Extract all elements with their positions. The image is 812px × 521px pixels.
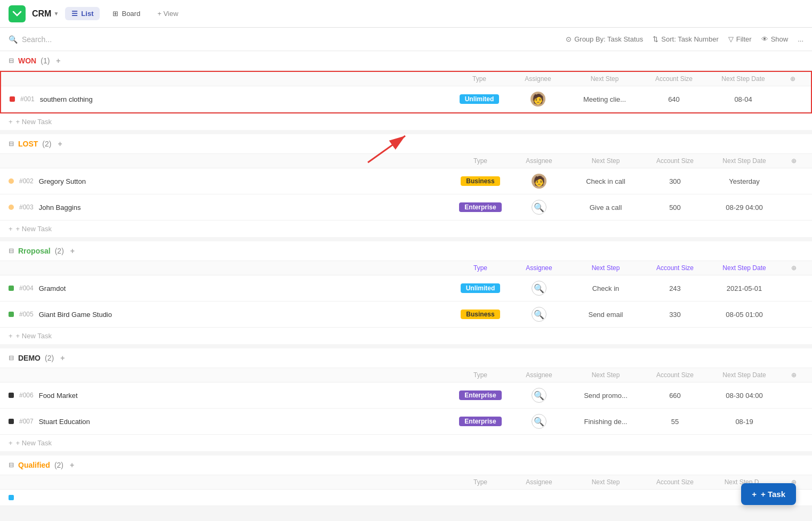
search-icon: 🔍 <box>9 35 18 44</box>
col-nsd-lost: Next Step Date <box>704 157 784 165</box>
group-demo-count: (2) <box>45 354 54 362</box>
task-name-006[interactable]: Food Market <box>39 392 78 400</box>
group-won-label: WON <box>18 56 36 65</box>
group-proposal-count: (2) <box>55 247 64 255</box>
group-demo: ⊟ DEMO (2) + Type Assignee Next Step Acc… <box>0 348 812 451</box>
task-type-007: Enterprise <box>448 417 512 426</box>
add-task-button[interactable]: + + Task <box>741 483 796 505</box>
task-name-007[interactable]: Stuart Education <box>39 418 90 426</box>
task-nextstep-002: Check in call <box>566 177 646 185</box>
badge-unlimited-004: Unlimited <box>461 283 501 293</box>
col-assignee-demo: Assignee <box>512 371 566 379</box>
col-assignee-lost: Assignee <box>512 157 566 165</box>
badge-enterprise-003: Enterprise <box>459 202 501 212</box>
task-assignee-003: 🔍 <box>512 200 566 215</box>
show-icon: 👁 <box>761 35 768 43</box>
task-nextstep-001: Meeting clie... <box>565 95 645 103</box>
task-name-002[interactable]: Gregory Sutton <box>39 177 86 185</box>
proposal-column-headers: Type Assignee Next Step Account Size Nex… <box>0 261 812 275</box>
lost-column-headers: Type Assignee Next Step Account Size Nex… <box>0 154 812 168</box>
table-row: #001 southern clothing Unlimited 🧑 Meeti… <box>1 86 811 112</box>
task-num-005: #005 <box>19 311 34 318</box>
add-task-qualified-icon[interactable]: + <box>70 461 74 469</box>
add-view-button[interactable]: + View <box>153 7 182 20</box>
new-task-lost[interactable]: + + New Task <box>0 221 812 237</box>
status-dot-003 <box>9 205 14 210</box>
col-nextstep-won: Next Step <box>565 75 645 83</box>
badge-enterprise-007: Enterprise <box>459 417 501 426</box>
group-qualified-label[interactable]: Qualified <box>18 461 50 469</box>
group-lost-label: LOST <box>18 140 38 148</box>
task-name-005[interactable]: Giant Bird Game Studio <box>39 311 112 319</box>
group-by-control[interactable]: ⊙ Group By: Task Status <box>566 35 643 43</box>
task-name-cell-005: #005 Giant Bird Game Studio <box>9 311 448 319</box>
task-num-003: #003 <box>19 203 34 211</box>
col-name-spacer-qualified <box>9 478 448 486</box>
task-nsd-005: 08-05 01:00 <box>704 311 784 319</box>
group-by-icon: ⊙ <box>566 35 572 43</box>
col-add-demo[interactable]: ⊕ <box>784 371 803 379</box>
toolbar-right: ⊙ Group By: Task Status ⇅ Sort: Task Num… <box>566 35 803 43</box>
col-type-proposal: Type <box>448 264 512 272</box>
filter-control[interactable]: ▽ Filter <box>728 35 752 43</box>
new-task-proposal[interactable]: + + New Task <box>0 328 812 344</box>
task-nextstep-005: Send email <box>566 311 646 319</box>
collapse-icon-qualified[interactable]: ⊟ <box>9 461 14 469</box>
badge-business-002: Business <box>461 176 500 186</box>
app-title[interactable]: CRM ▼ <box>32 9 59 19</box>
task-assignee-002: 🧑 <box>512 174 566 189</box>
new-task-plus-icon-demo: + <box>9 439 13 447</box>
more-options-button[interactable]: ... <box>798 35 803 43</box>
col-nsd-won: Next Step Date <box>703 75 783 83</box>
col-add-proposal[interactable]: ⊕ <box>784 264 803 272</box>
task-num-004: #004 <box>19 284 34 292</box>
content-area: ⊟ WON (1) + Type Assignee Next Step Acco… <box>0 51 812 521</box>
task-accsize-002: 300 <box>646 177 704 185</box>
task-name-001[interactable]: southern clothing <box>40 95 93 103</box>
group-demo-label: DEMO <box>18 354 41 362</box>
collapse-icon-won[interactable]: ⊟ <box>9 57 14 64</box>
collapse-icon-proposal[interactable]: ⊟ <box>9 247 14 255</box>
col-nsd-demo: Next Step Date <box>704 371 784 379</box>
show-control[interactable]: 👁 Show <box>761 35 789 43</box>
col-add-won[interactable]: ⊕ <box>783 75 802 83</box>
group-proposal-label: Rroposal <box>18 247 51 255</box>
task-type-005: Business <box>448 310 512 319</box>
col-type-won: Type <box>447 75 511 83</box>
task-assignee-007: 🔍 <box>512 414 566 429</box>
col-accsize-proposal: Account Size <box>646 264 704 272</box>
add-task-lost-icon[interactable]: + <box>58 140 62 148</box>
list-view-button[interactable]: ☰ List <box>65 7 100 20</box>
col-nextstep-qualified: Next Step <box>566 478 646 486</box>
task-name-cell-003: #003 John Baggins <box>9 203 448 211</box>
add-task-demo-icon[interactable]: + <box>60 354 65 362</box>
add-task-won-icon[interactable]: + <box>56 56 60 65</box>
task-assignee-006: 🔍 <box>512 388 566 403</box>
task-assignee-005: 🔍 <box>512 307 566 322</box>
add-task-proposal-icon[interactable]: + <box>70 247 75 255</box>
collapse-icon-lost[interactable]: ⊟ <box>9 140 14 148</box>
group-won-header: ⊟ WON (1) + <box>0 51 812 71</box>
demo-column-headers: Type Assignee Next Step Account Size Nex… <box>0 368 812 382</box>
task-type-006: Enterprise <box>448 390 512 400</box>
app-icon <box>9 5 26 22</box>
col-add-lost[interactable]: ⊕ <box>784 157 803 165</box>
task-nextstep-007: Finishing de... <box>566 418 646 426</box>
task-name-cell-006: #006 Food Market <box>9 392 448 400</box>
sort-control[interactable]: ⇅ Sort: Task Number <box>653 35 718 43</box>
new-task-won[interactable]: + + New Task <box>0 113 812 130</box>
task-name-003[interactable]: John Baggins <box>39 203 81 211</box>
status-dot-qualified-1 <box>9 495 14 500</box>
search-area[interactable]: 🔍 Search... <box>9 35 52 44</box>
collapse-icon-demo[interactable]: ⊟ <box>9 354 14 362</box>
won-column-headers: Type Assignee Next Step Account Size Nex… <box>1 72 811 86</box>
board-icon: ⊞ <box>112 10 118 18</box>
task-name-004[interactable]: Gramdot <box>39 284 66 292</box>
badge-enterprise-006: Enterprise <box>459 390 501 400</box>
topbar: CRM ▼ ☰ List ⊞ Board + View <box>0 0 812 28</box>
task-nsd-004: 2021-05-01 <box>704 284 784 292</box>
col-name-spacer-demo <box>9 371 448 379</box>
task-accsize-005: 330 <box>646 311 704 319</box>
new-task-demo[interactable]: + + New Task <box>0 435 812 451</box>
board-view-button[interactable]: ⊞ Board <box>106 7 147 20</box>
